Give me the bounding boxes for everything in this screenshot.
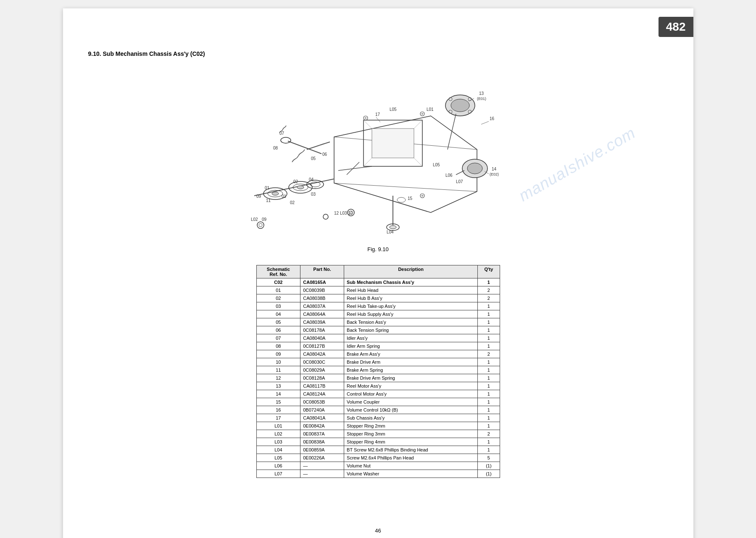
cell-qty: 1 — [478, 366, 500, 374]
cell-desc: Control Motor Ass'y — [344, 390, 478, 398]
cell-part: CA08040A — [300, 334, 344, 342]
cell-desc: Brake Arm Ass'y — [344, 350, 478, 358]
cell-ref: 06 — [256, 326, 300, 334]
svg-text:15: 15 — [408, 196, 413, 201]
cell-part: — — [300, 470, 344, 478]
svg-line-54 — [481, 121, 489, 124]
cell-desc: Volume Washer — [344, 470, 478, 478]
cell-qty: 1 — [478, 334, 500, 342]
svg-text:05: 05 — [311, 156, 316, 161]
cell-part: 0C08029A — [300, 366, 344, 374]
cell-part: CA08165A — [300, 278, 344, 286]
cell-qty: 2 — [478, 430, 500, 438]
svg-point-49 — [397, 197, 406, 202]
cell-part: 0C08127B — [300, 342, 344, 350]
page: 482 9.10. Sub Mechanism Chassis Ass'y (C… — [63, 8, 693, 538]
page-number: 482 — [659, 17, 693, 37]
cell-ref: 14 — [256, 390, 300, 398]
cell-desc: Stopper Ring 2mm — [344, 422, 478, 430]
cell-ref: L02 — [256, 430, 300, 438]
cell-part: CA08037A — [300, 302, 344, 310]
cell-ref: 10 — [256, 358, 300, 366]
svg-text:09: 09 — [262, 217, 267, 222]
cell-qty: 1 — [478, 382, 500, 390]
table-row: L020E00837AStopper Ring 3mm2 — [256, 430, 500, 438]
cell-part: 0E00859A — [300, 446, 344, 454]
svg-text:01: 01 — [265, 186, 270, 190]
svg-line-28 — [456, 171, 464, 175]
cell-qty: 1 — [478, 406, 500, 414]
table-row: 07CA08040AIdler Ass'y1 — [256, 334, 500, 342]
col-header-desc: Description — [344, 265, 478, 278]
svg-point-39 — [323, 214, 328, 219]
table-row: 05CA08039ABack Tension Ass'y1 — [256, 318, 500, 326]
table-row: 060C08178ABack Tension Spring1 — [256, 326, 500, 334]
cell-part: 0C08039B — [300, 286, 344, 294]
cell-qty: 1 — [478, 358, 500, 366]
svg-text:08: 08 — [273, 146, 278, 150]
cell-desc: Brake Arm Spring — [344, 366, 478, 374]
cell-desc: Idler Arm Spring — [344, 342, 478, 350]
svg-point-38 — [259, 223, 262, 227]
cell-desc: Idler Ass'y — [344, 334, 478, 342]
svg-point-37 — [257, 222, 264, 228]
svg-line-2 — [334, 183, 477, 192]
svg-text:12 L03 10: 12 L03 10 — [334, 211, 353, 215]
svg-text:L01: L01 — [427, 107, 434, 112]
cell-qty: (1) — [478, 462, 500, 470]
cell-part: 0E00838A — [300, 438, 344, 446]
table-row: L030E00838AStopper Ring 4mm1 — [256, 438, 500, 446]
cell-desc: Brake Drive Arm — [344, 358, 478, 366]
table-row: 120C08128ABrake Drive Arm Spring1 — [256, 374, 500, 382]
svg-point-18 — [390, 226, 396, 229]
parts-diagram: 13 (E01) 16 14 (E02) 17 L05 L01 L05 L06 … — [242, 66, 515, 242]
cell-part: 0C08030C — [300, 358, 344, 366]
cell-part: — — [300, 462, 344, 470]
cell-qty: 1 — [478, 422, 500, 430]
svg-point-13 — [281, 137, 291, 143]
svg-text:06: 06 — [322, 152, 327, 157]
table-row: L07—Volume Washer(1) — [256, 470, 500, 478]
svg-line-30 — [364, 120, 372, 129]
cell-desc: Reel Hub Supply Ass'y — [344, 310, 478, 318]
cell-ref: 03 — [256, 302, 300, 310]
cell-qty: 1 — [478, 438, 500, 446]
svg-point-27 — [467, 163, 482, 174]
col-header-ref: SchematicRef. No. — [256, 265, 300, 278]
cell-desc: Sub Mechanism Chassis Ass'y — [344, 278, 478, 286]
cell-qty: 1 — [478, 390, 500, 398]
cell-qty: 1 — [478, 342, 500, 350]
cell-ref: L03 — [256, 438, 300, 446]
svg-line-33 — [364, 158, 372, 166]
svg-rect-34 — [372, 129, 414, 158]
svg-line-59 — [376, 117, 380, 122]
cell-part: CA08064A — [300, 310, 344, 318]
cell-part: 0E00837A — [300, 430, 344, 438]
table-row: L050E00226AScrew M2.6x4 Phillips Pan Hea… — [256, 454, 500, 462]
svg-text:01: 01 — [282, 194, 287, 199]
cell-ref: 08 — [256, 342, 300, 350]
cell-part: 0B07240A — [300, 406, 344, 414]
table-row: 13CA08117BReel Motor Ass'y1 — [256, 382, 500, 390]
svg-text:13: 13 — [479, 91, 484, 96]
cell-ref: 13 — [256, 382, 300, 390]
cell-ref: 15 — [256, 398, 300, 406]
cell-ref: 11 — [256, 366, 300, 374]
svg-text:L05: L05 — [390, 107, 397, 112]
svg-point-20 — [451, 99, 469, 112]
svg-text:03: 03 — [311, 192, 316, 197]
cell-desc: Screw M2.6x4 Phillips Pan Head — [344, 454, 478, 462]
cell-qty: 1 — [478, 302, 500, 310]
cell-desc: Volume Nut — [344, 462, 478, 470]
cell-part: CA08038B — [300, 294, 344, 302]
cell-ref: 01 — [256, 286, 300, 294]
table-row: L040E00859ABT Screw M2.6x8 Phillips Bind… — [256, 446, 500, 454]
svg-line-32 — [414, 158, 422, 166]
svg-text:(E01): (E01) — [477, 97, 486, 101]
cell-ref: L01 — [256, 422, 300, 430]
cell-desc: Back Tension Spring — [344, 326, 478, 334]
table-row: 110C08029ABrake Arm Spring1 — [256, 366, 500, 374]
cell-qty: 1 — [478, 446, 500, 454]
cell-desc: Brake Drive Arm Spring — [344, 374, 478, 382]
svg-text:14: 14 — [492, 167, 497, 171]
